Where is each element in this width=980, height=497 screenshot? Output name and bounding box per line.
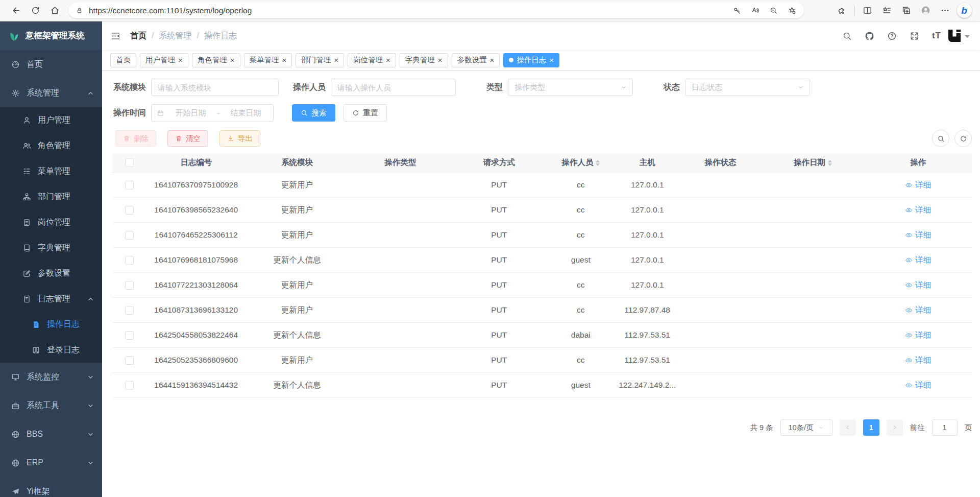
select-all-checkbox[interactable] [125, 158, 134, 167]
close-icon[interactable]: × [282, 56, 287, 64]
status-select[interactable]: 日志状态 [685, 79, 810, 96]
sidebar-item-15[interactable]: ERP [0, 448, 102, 477]
collections-icon[interactable] [896, 2, 916, 19]
sidebar-item-9[interactable]: 日志管理 [0, 286, 102, 312]
delete-button[interactable]: 删除 [115, 130, 156, 147]
sidebar-item-16[interactable]: Yi框架 [0, 477, 102, 497]
extensions-icon[interactable] [832, 2, 852, 19]
sidebar-item-0[interactable]: 首页 [0, 50, 102, 79]
close-icon[interactable]: × [230, 56, 235, 64]
sidebar-item-6[interactable]: 岗位管理 [0, 209, 102, 235]
row-checkbox[interactable] [125, 306, 134, 315]
user-avatar[interactable] [944, 26, 965, 46]
more-icon[interactable] [935, 2, 954, 19]
sidebar-item-3[interactable]: 角色管理 [0, 133, 102, 158]
tab-2[interactable]: 角色管理× [192, 53, 240, 67]
sidebar-item-11[interactable]: 登录日志 [0, 337, 102, 363]
github-icon[interactable] [865, 31, 874, 41]
tab-0[interactable]: 首页 [110, 53, 136, 67]
tab-3[interactable]: 菜单管理× [244, 53, 292, 67]
row-checkbox[interactable] [125, 356, 134, 365]
refresh-table-button[interactable] [954, 130, 972, 147]
row-checkbox[interactable] [125, 181, 134, 190]
sidebar-item-1[interactable]: 系统管理 [0, 79, 102, 107]
question-icon[interactable] [887, 31, 897, 41]
tab-6[interactable]: 字典管理× [400, 53, 448, 67]
tab-5[interactable]: 岗位管理× [348, 53, 396, 67]
favorite-add-icon[interactable] [782, 4, 801, 17]
breadcrumb-item[interactable]: 首页 [130, 31, 146, 41]
breadcrumb-item[interactable]: 操作日志 [204, 31, 237, 41]
date-range-input[interactable]: 开始日期 - 结束日期 [151, 104, 274, 122]
type-select[interactable]: 操作类型 [508, 79, 633, 96]
close-icon[interactable]: × [334, 56, 338, 64]
fullscreen-icon[interactable] [910, 31, 919, 41]
search-button[interactable]: 搜索 [292, 104, 335, 122]
row-checkbox[interactable] [125, 206, 134, 215]
profile-icon[interactable] [916, 2, 935, 19]
detail-link[interactable]: 详细 [905, 230, 931, 241]
sidebar-item-7[interactable]: 字典管理 [0, 235, 102, 261]
sidebar-item-14[interactable]: BBS [0, 420, 102, 448]
bing-icon[interactable]: b [954, 2, 974, 19]
back-icon[interactable] [6, 2, 26, 19]
detail-link[interactable]: 详细 [905, 355, 931, 366]
text-size-icon[interactable]: tT [932, 31, 941, 41]
detail-link[interactable]: 详细 [905, 180, 931, 191]
close-icon[interactable]: × [386, 56, 390, 64]
export-button[interactable]: 导出 [219, 130, 260, 147]
tab-4[interactable]: 部门管理× [296, 53, 344, 67]
url-text[interactable]: https://ccnetcore.com:1101/system/log/op… [89, 6, 727, 15]
detail-link[interactable]: 详细 [905, 205, 931, 216]
current-page-button[interactable]: 1 [863, 419, 879, 436]
detail-link[interactable]: 详细 [905, 280, 931, 291]
app-logo[interactable]: 意框架管理系统 [0, 21, 102, 50]
zoom-out-icon[interactable] [764, 4, 782, 17]
next-page-button[interactable] [887, 419, 903, 436]
sidebar-item-10[interactable]: 操作日志 [0, 312, 102, 337]
detail-link[interactable]: 详细 [905, 380, 931, 391]
sidebar-item-4[interactable]: 菜单管理 [0, 158, 102, 184]
sidebar-toggle-icon[interactable] [110, 31, 121, 41]
detail-link[interactable]: 详细 [905, 255, 931, 266]
prev-page-button[interactable] [840, 419, 856, 436]
split-screen-icon[interactable] [857, 2, 877, 19]
tab-1[interactable]: 用户管理× [140, 53, 188, 67]
read-aloud-icon[interactable] [746, 4, 764, 17]
breadcrumb-item[interactable]: 系统管理 [159, 31, 191, 41]
key-icon[interactable] [727, 4, 746, 17]
operator-input[interactable] [331, 79, 456, 96]
refresh-icon[interactable] [26, 2, 45, 19]
close-icon[interactable]: × [178, 56, 183, 64]
row-checkbox[interactable] [125, 331, 134, 340]
close-icon[interactable]: × [438, 56, 443, 64]
clear-button[interactable]: 清空 [167, 130, 208, 147]
toggle-search-button[interactable] [932, 130, 949, 147]
reset-button[interactable]: 重置 [344, 104, 387, 122]
avatar-dropdown-caret-icon[interactable] [965, 35, 970, 40]
search-icon[interactable] [842, 31, 852, 41]
sidebar-item-13[interactable]: 系统工具 [0, 391, 102, 420]
close-icon[interactable]: × [549, 56, 554, 64]
home-icon[interactable] [45, 2, 64, 19]
favorites-bar-icon[interactable] [877, 2, 896, 19]
sort-icon[interactable] [828, 160, 832, 166]
tab-8[interactable]: 操作日志× [503, 53, 559, 67]
tab-7[interactable]: 参数设置× [452, 53, 500, 67]
sidebar-item-12[interactable]: 系统监控 [0, 363, 102, 391]
row-checkbox[interactable] [125, 381, 134, 390]
page-size-select[interactable]: 10条/页 [780, 419, 832, 436]
address-bar[interactable]: https://ccnetcore.com:1101/system/log/op… [68, 3, 804, 18]
sidebar-item-8[interactable]: 参数设置 [0, 261, 102, 286]
goto-page-input[interactable] [932, 419, 958, 436]
detail-link[interactable]: 详细 [905, 305, 931, 316]
close-icon[interactable]: × [490, 56, 495, 64]
sidebar-item-2[interactable]: 用户管理 [0, 107, 102, 133]
sort-icon[interactable] [596, 160, 600, 166]
detail-link[interactable]: 详细 [905, 330, 931, 341]
module-input[interactable] [151, 79, 279, 96]
sidebar-item-5[interactable]: 部门管理 [0, 184, 102, 209]
row-checkbox[interactable] [125, 256, 134, 265]
row-checkbox[interactable] [125, 281, 134, 290]
row-checkbox[interactable] [125, 231, 134, 240]
